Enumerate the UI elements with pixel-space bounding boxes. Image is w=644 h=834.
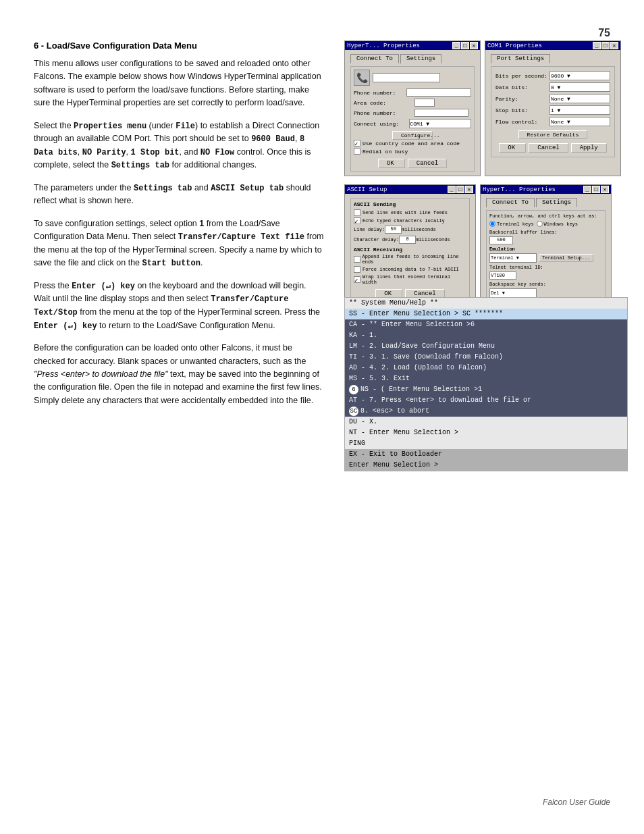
- dialog-title-1: HyperT... Properties: [347, 43, 420, 49]
- terminal-area: ** System Menu/Help ** SS - Enter Menu S…: [344, 297, 628, 471]
- connect-select[interactable]: COM1 ▼: [409, 119, 471, 128]
- ascii-cb-1[interactable]: [354, 209, 360, 216]
- flow-select[interactable]: None ▼: [549, 117, 610, 126]
- ok-btn-2[interactable]: OK: [499, 143, 526, 153]
- ascii-chardelay-input[interactable]: 0: [399, 236, 416, 244]
- backspace-select[interactable]: Del ▼: [489, 288, 537, 298]
- area-input[interactable]: [414, 99, 435, 107]
- cancel-btn-1[interactable]: Cancel: [408, 159, 447, 168]
- terminal-line-4: KA - 1.: [345, 330, 627, 341]
- terminal-line-8: MS - 5. 3. Exit: [345, 373, 627, 384]
- hyperterminal-properties-dialog: HyperT... Properties _ □ ✕ Connect To Se…: [344, 41, 481, 176]
- close-btn-2[interactable]: ✕: [610, 42, 618, 49]
- ascii-chardelay-unit: milliseconds: [416, 237, 450, 242]
- paragraph-3: The parameters under the Settings tab an…: [34, 182, 324, 208]
- country-input[interactable]: [406, 88, 471, 97]
- dialog-titlebar-2: COM1 Properties _ □ ✕: [485, 41, 620, 50]
- paragraph-4: To save configuration settings, select o…: [34, 217, 324, 270]
- terminal-line-11: SC 8. <esc> to abort: [345, 406, 627, 417]
- tab-portsettings[interactable]: Port Settings: [491, 54, 550, 63]
- terminal-line-5: LM - 2. Load/Save Configuration Menu: [345, 341, 627, 352]
- minimize-btn-3[interactable]: _: [448, 186, 456, 193]
- phone-input[interactable]: [414, 109, 468, 117]
- backscroll-input[interactable]: 500: [489, 236, 513, 244]
- phone-icon: 📞: [354, 70, 370, 86]
- field-flow: Flow control: None ▼: [495, 117, 610, 126]
- maximize-btn-3[interactable]: □: [456, 186, 464, 193]
- configure-btn[interactable]: Configure...: [392, 131, 433, 140]
- ascii-check-2: ✓ Echo typed characters locally: [354, 217, 466, 224]
- com1-properties-dialog: COM1 Properties _ □ ✕ Port Settings Bits…: [485, 41, 621, 176]
- terminal-line-9-text: NS - ( Enter Menu Selection >1: [360, 385, 482, 394]
- apply-btn-2[interactable]: Apply: [571, 143, 607, 153]
- checkbox-2[interactable]: [354, 148, 360, 155]
- backspace-label: Backspace key sends:: [489, 282, 602, 287]
- dialog-title-2: COM1 Properties: [487, 43, 542, 49]
- checkbox-label-1: Use country code and area code: [363, 140, 460, 147]
- telnetid-input[interactable]: VT100: [489, 271, 516, 280]
- dialog-title-4: HyperT... Properties: [483, 186, 556, 193]
- ascii-recv-check-1: Append line feeds to incoming line ends: [354, 254, 466, 265]
- databits-select[interactable]: 8 ▼: [549, 82, 610, 92]
- tab-connectto-4[interactable]: Connect To: [486, 198, 535, 207]
- baud-select[interactable]: 9600 ▼: [549, 71, 610, 80]
- func-keys-label: Function, arrow, and ctrl keys act as:: [489, 213, 602, 219]
- minimize-btn-4[interactable]: _: [583, 186, 591, 193]
- terminal-line-13: NT - Enter Menu Selection >: [345, 427, 627, 438]
- tab-row-2: Port Settings: [491, 54, 615, 63]
- maximize-btn-1[interactable]: □: [461, 42, 469, 49]
- ascii-delay-input[interactable]: 50: [385, 226, 402, 234]
- emulation-label: Emulation: [489, 246, 602, 252]
- terminal-line-10: AT - 7. Press <enter> to download the fi…: [345, 395, 627, 406]
- phone-number-input[interactable]: [373, 73, 440, 82]
- close-btn-3[interactable]: ✕: [465, 186, 473, 193]
- emulation-select[interactable]: Terminal ▼: [489, 253, 537, 263]
- terminal-line-9: 6 NS - ( Enter Menu Selection >1: [345, 384, 627, 395]
- ok-btn-1[interactable]: OK: [378, 159, 405, 168]
- tab-settings[interactable]: Settings: [400, 54, 441, 63]
- dialog-titlebar-3: ASCII Setup _ □ ✕: [345, 185, 475, 194]
- terminal-line-14: PING: [345, 438, 627, 449]
- terminal-setup-btn[interactable]: Terminal Setup...: [539, 254, 593, 262]
- page-number: 75: [598, 27, 610, 39]
- tab-connectto[interactable]: Connect To: [350, 54, 399, 63]
- ascii-chardelay-label: Character delay:: [354, 237, 399, 242]
- paragraph-5: Press the Enter (↵) key on the keyboard …: [34, 280, 324, 332]
- ascii-recv-label-1: Append line feeds to incoming line ends: [363, 254, 466, 265]
- ascii-recv-check-2: Force incoming data to 7-bit ASCII: [354, 266, 466, 273]
- terminal-line-7: AD - 4. 2. Load (Upload to Falcon): [345, 363, 627, 373]
- terminal-line-12: DU - X.: [345, 417, 627, 427]
- minimize-btn-2[interactable]: _: [593, 42, 601, 49]
- tab-row-1: Connect To Settings: [350, 54, 475, 63]
- stopbits-select[interactable]: 1 ▼: [549, 105, 610, 115]
- restore-btn-row: Restore Defaults: [495, 130, 610, 139]
- maximize-btn-4[interactable]: □: [592, 186, 600, 193]
- maximize-btn-2[interactable]: □: [601, 42, 610, 49]
- ascii-content: ASCII Sending Send line ends with line f…: [350, 198, 470, 302]
- close-btn-1[interactable]: ✕: [470, 42, 478, 49]
- ascii-delay-row: Line delay: 50 milliseconds: [354, 226, 466, 234]
- paragraph-2: Select the Properties menu (under File) …: [34, 120, 324, 172]
- dialog-title-3: ASCII Setup: [347, 186, 387, 193]
- radio-terminal[interactable]: Terminal keys: [489, 221, 534, 227]
- field-connect: Connect using: COM1 ▼: [354, 119, 471, 128]
- checkbox-row-2: Redial on busy: [354, 148, 471, 155]
- ascii-recv-cb-3[interactable]: ✓: [354, 276, 360, 283]
- close-btn-4[interactable]: ✕: [601, 186, 609, 193]
- terminal-line-2: SS - Enter Menu Selection > SC *******: [345, 309, 627, 319]
- minimize-btn-1[interactable]: _: [452, 42, 460, 49]
- radio-windows[interactable]: Windows keys: [537, 221, 578, 227]
- ascii-recv-cb-1[interactable]: [354, 256, 360, 263]
- cancel-btn-2[interactable]: Cancel: [529, 143, 568, 153]
- tab-settings-4[interactable]: Settings: [536, 198, 577, 207]
- ascii-recv-check-3: ✓ Wrap lines that exceed terminal width: [354, 274, 466, 285]
- ascii-cb-2[interactable]: ✓: [354, 217, 360, 224]
- restore-btn[interactable]: Restore Defaults: [518, 130, 588, 139]
- tab-content-2: Bits per second: 9600 ▼ Data bits: 8 ▼ P…: [491, 66, 615, 157]
- ascii-recv-cb-2[interactable]: [354, 266, 360, 273]
- parity-select[interactable]: None ▼: [549, 94, 610, 103]
- terminal-line-1: ** System Menu/Help **: [345, 298, 627, 309]
- field-label-area: Area code:: [354, 100, 414, 106]
- ascii-delay-label: Line delay:: [354, 227, 385, 232]
- checkbox-1[interactable]: ✓: [354, 140, 360, 147]
